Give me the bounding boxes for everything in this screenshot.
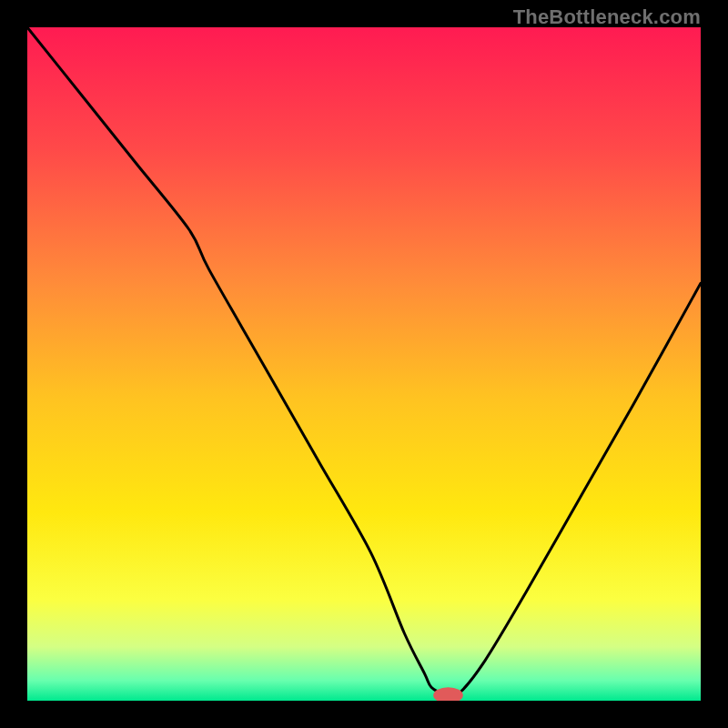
chart-frame: TheBottleneck.com (0, 0, 728, 728)
watermark-text: TheBottleneck.com (513, 5, 701, 29)
gradient-background (27, 27, 701, 701)
bottleneck-chart (27, 27, 701, 701)
plot-area (27, 27, 701, 701)
